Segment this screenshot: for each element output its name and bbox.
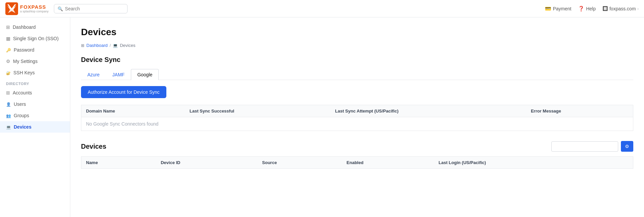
breadcrumb-current-icon bbox=[113, 43, 118, 48]
authorize-button[interactable]: Authorize Account for Device Sync bbox=[81, 86, 166, 98]
search-input[interactable] bbox=[65, 6, 124, 11]
sync-table: Domain Name Last Sync Successful Last Sy… bbox=[81, 105, 633, 131]
sidebar-item-label: Password bbox=[14, 47, 34, 53]
sidebar-item-ssh[interactable]: SSH Keys bbox=[0, 67, 70, 78]
sidebar-item-accounts[interactable]: Accounts bbox=[0, 87, 70, 98]
main-content: Devices Dashboard / Devices Device Sync … bbox=[70, 17, 644, 217]
nav-right: 💳 Payment ❓ Help 🔲 foxpass.com › bbox=[545, 6, 639, 12]
body-layout: Dashboard Single Sign On (SSO) Password … bbox=[0, 17, 644, 217]
top-nav: FOXPASS a splashtop company 💳 Payment ❓ … bbox=[0, 0, 644, 17]
accounts-icon bbox=[6, 90, 10, 95]
devices-section-title: Devices bbox=[81, 143, 106, 150]
col-error-message: Error Message bbox=[526, 105, 633, 117]
device-sync-title: Device Sync bbox=[81, 56, 633, 64]
devices-filter-button[interactable]: ⚙ bbox=[621, 141, 633, 152]
sso-icon bbox=[6, 36, 10, 41]
col-last-login: Last Login (US/Pacific) bbox=[434, 157, 633, 169]
help-label: Help bbox=[586, 6, 596, 11]
tab-google[interactable]: Google bbox=[131, 69, 159, 80]
breadcrumb-separator: / bbox=[110, 43, 111, 48]
breadcrumb: Dashboard / Devices bbox=[81, 43, 633, 48]
filter-icon: ⚙ bbox=[625, 144, 629, 149]
breadcrumb-current: Devices bbox=[120, 43, 135, 48]
search-icon bbox=[58, 6, 63, 11]
password-icon bbox=[6, 47, 11, 53]
site-icon: 🔲 bbox=[602, 6, 608, 11]
sidebar-item-label: Accounts bbox=[13, 90, 32, 95]
sidebar-item-devices[interactable]: Devices bbox=[0, 121, 70, 133]
ssh-icon bbox=[6, 70, 11, 75]
directory-section-label: DIRECTORY bbox=[0, 78, 70, 87]
sidebar-item-label: My Settings bbox=[13, 59, 37, 64]
sidebar-item-sso[interactable]: Single Sign On (SSO) bbox=[0, 33, 70, 44]
sidebar-item-dashboard[interactable]: Dashboard bbox=[0, 21, 70, 33]
sync-tabs: Azure JAMF Google bbox=[81, 69, 633, 80]
dashboard-icon bbox=[6, 24, 10, 30]
sidebar-item-users[interactable]: Users bbox=[0, 98, 70, 110]
logo-text: FOXPASS a splashtop company bbox=[20, 4, 49, 13]
sidebar-item-label: Users bbox=[14, 101, 26, 107]
sidebar-item-groups[interactable]: Groups bbox=[0, 110, 70, 121]
col-enabled: Enabled bbox=[342, 157, 434, 169]
tab-azure[interactable]: Azure bbox=[81, 69, 106, 80]
sidebar-item-label: Single Sign On (SSO) bbox=[13, 36, 59, 41]
sync-empty-row: No Google Sync Connectors found bbox=[81, 117, 633, 131]
payment-label: Payment bbox=[553, 6, 571, 11]
logo: FOXPASS a splashtop company bbox=[5, 2, 49, 15]
site-label: foxpass.com bbox=[610, 6, 636, 11]
sidebar-item-label: Groups bbox=[14, 113, 29, 118]
groups-icon bbox=[6, 113, 11, 118]
breadcrumb-home-label: Dashboard bbox=[86, 43, 108, 48]
site-link[interactable]: 🔲 foxpass.com › bbox=[602, 6, 639, 11]
devices-table: Name Device ID Source Enabled Last Login… bbox=[81, 156, 633, 169]
devices-search-area: ⚙ bbox=[551, 141, 633, 152]
foxpass-logo bbox=[5, 2, 18, 15]
page-title: Devices bbox=[81, 27, 633, 38]
devices-search-input[interactable] bbox=[551, 141, 618, 152]
tab-jamf[interactable]: JAMF bbox=[106, 69, 131, 80]
col-last-sync-attempt: Last Sync Attempt (US/Pacific) bbox=[330, 105, 526, 117]
col-domain-name: Domain Name bbox=[81, 105, 185, 117]
help-link[interactable]: ❓ Help bbox=[578, 6, 596, 12]
sidebar: Dashboard Single Sign On (SSO) Password … bbox=[0, 17, 70, 217]
sidebar-item-label: Devices bbox=[14, 124, 31, 130]
sidebar-item-label: SSH Keys bbox=[13, 70, 35, 75]
col-name: Name bbox=[81, 157, 156, 169]
sidebar-item-label: Dashboard bbox=[13, 24, 36, 30]
sidebar-item-settings[interactable]: My Settings bbox=[0, 56, 70, 67]
col-last-sync-successful: Last Sync Successful bbox=[185, 105, 330, 117]
col-device-id: Device ID bbox=[156, 157, 257, 169]
settings-icon bbox=[6, 59, 10, 64]
devices-icon bbox=[6, 124, 11, 130]
search-bar[interactable] bbox=[54, 4, 128, 13]
users-icon bbox=[6, 101, 11, 107]
help-icon: ❓ bbox=[578, 6, 584, 12]
devices-section-header: Devices ⚙ bbox=[81, 141, 633, 152]
payment-icon: 💳 bbox=[545, 6, 551, 12]
payment-link[interactable]: 💳 Payment bbox=[545, 6, 571, 12]
sync-empty-message: No Google Sync Connectors found bbox=[81, 117, 633, 131]
breadcrumb-home-icon bbox=[81, 43, 84, 48]
col-source: Source bbox=[257, 157, 342, 169]
breadcrumb-home-link[interactable]: Dashboard bbox=[86, 43, 108, 48]
chevron-right-icon: › bbox=[637, 7, 639, 11]
sidebar-item-password[interactable]: Password bbox=[0, 44, 70, 56]
